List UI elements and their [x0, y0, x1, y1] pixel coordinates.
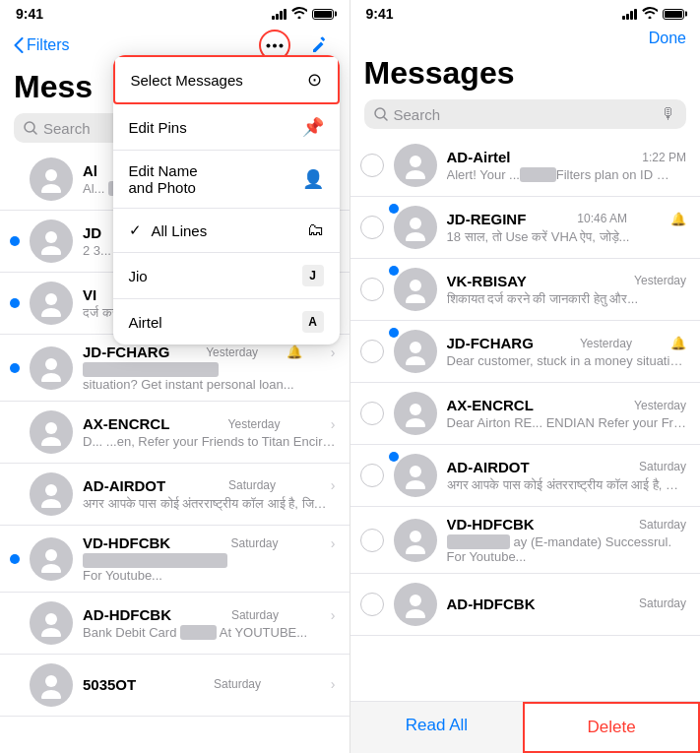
svg-point-28 — [406, 232, 425, 241]
svg-point-29 — [410, 280, 421, 291]
svg-point-37 — [410, 531, 421, 542]
sender-name: AX-ENCRCL — [447, 397, 534, 413]
list-item[interactable]: VK-RBISAY Yesterday शिकायत दर्ज करने की … — [350, 259, 701, 321]
chevron-right-icon: › — [331, 607, 336, 623]
select-circle[interactable] — [360, 593, 384, 616]
message-preview: Alert! Your ...████Filters plan on ID ██… — [447, 167, 687, 182]
right-screen: 9:41 Done Messages Search 🎙 — [350, 0, 701, 753]
dropdown-menu: Select Messages ⊙ Edit Pins 📌 Edit Name … — [113, 55, 340, 345]
bell-icon: 🔔 — [670, 212, 686, 226]
select-circle[interactable] — [360, 529, 384, 552]
list-item[interactable]: JD-FCHARG Yesterday 🔔 › ███████████████s… — [0, 335, 350, 402]
avatar — [394, 144, 437, 187]
list-item[interactable]: VD-HDFCBK Saturday ███████ ay (E-mandate… — [350, 507, 701, 574]
list-item[interactable]: 5035OT Saturday › — [0, 655, 350, 717]
list-item[interactable]: VD-HDFCBK Saturday › ████████████████For… — [0, 526, 350, 593]
select-messages-label-group: Select Messages — [131, 72, 243, 89]
svg-point-36 — [406, 480, 425, 489]
svg-point-0 — [266, 43, 270, 47]
sender-name: 5035OT — [83, 676, 136, 693]
avatar — [30, 663, 73, 707]
message-time: Yesterday — [206, 345, 258, 359]
svg-point-19 — [45, 613, 57, 625]
select-circle[interactable] — [360, 278, 384, 301]
svg-line-24 — [384, 117, 387, 120]
avatar — [30, 537, 73, 581]
avatar — [394, 392, 437, 435]
dropdown-airtel[interactable]: Airtel A — [113, 299, 340, 345]
svg-point-33 — [410, 404, 421, 415]
dropdown-edit-name-photo[interactable]: Edit Name and Photo 👤 — [113, 151, 340, 209]
list-item[interactable]: AX-ENCRCL Yesterday › D... ...en, Refer … — [0, 402, 350, 464]
list-item[interactable]: AX-ENCRCL Yesterday Dear Airton RE... EN… — [350, 383, 701, 445]
signal-icon — [272, 9, 286, 20]
sender-name: AD-AIRDOT — [447, 459, 530, 475]
sender-name: AX-ENCRCL — [83, 415, 169, 432]
svg-point-2 — [279, 43, 283, 47]
sender-name: VK-RBISAY — [447, 273, 527, 289]
message-time: Saturday — [639, 518, 686, 532]
svg-point-5 — [45, 169, 57, 181]
avatar — [394, 206, 437, 249]
message-time: Saturday — [214, 677, 261, 691]
sender-name: AD-HDFCBK — [447, 596, 536, 612]
select-circle[interactable] — [360, 464, 384, 487]
delete-button[interactable]: Delete — [523, 702, 700, 753]
message-preview: D... ...en, Refer your Friends to Titan … — [83, 434, 336, 449]
list-item[interactable]: AD-HDFCBK Saturday › Bank Debit Card ███… — [0, 593, 350, 655]
select-circle[interactable] — [360, 154, 384, 177]
message-content: VD-HDFCBK Saturday › ████████████████For… — [83, 534, 336, 583]
sender-name: JD-FCHARG — [447, 335, 534, 351]
avatar — [394, 330, 437, 373]
svg-point-31 — [410, 342, 421, 353]
sender-name: VI — [83, 286, 96, 303]
microphone-icon[interactable]: 🎙 — [661, 105, 676, 123]
right-search-bar[interactable]: Search 🎙 — [364, 99, 687, 129]
list-item[interactable]: JD-FCHARG Yesterday 🔔 Dear customer, stu… — [350, 321, 701, 383]
message-preview: Dear Airton RE... ENDIAN Refer your Frie… — [447, 415, 687, 430]
dropdown-edit-pins[interactable]: Edit Pins 📌 — [113, 104, 340, 151]
select-messages-label: Select Messages — [131, 72, 243, 89]
message-content: AX-ENCRCL Yesterday › D... ...en, Refer … — [83, 415, 336, 449]
message-time: 10:46 AM — [577, 212, 627, 225]
search-icon — [24, 121, 37, 135]
chevron-right-icon: › — [331, 676, 336, 692]
right-status-icons — [622, 7, 684, 22]
list-item[interactable]: AD-Airtel 1:22 PM Alert! Your ...████Fil… — [350, 135, 701, 197]
svg-point-6 — [41, 184, 61, 193]
message-time: Saturday — [231, 608, 279, 622]
list-item[interactable]: JD-REGINF 10:46 AM 🔔 18 साल, तो Use करें… — [350, 197, 701, 259]
list-item[interactable]: AD-HDFCBK Saturday — [350, 574, 701, 636]
airtel-label-group: Airtel — [129, 314, 162, 331]
select-circle[interactable] — [360, 402, 384, 425]
list-item[interactable]: AD-AIRDOT Saturday अगर आपके पास कोई अंतर… — [350, 445, 701, 507]
svg-point-12 — [41, 373, 61, 382]
jio-label-group: Jio — [129, 268, 148, 284]
back-button[interactable]: Filters — [14, 36, 70, 54]
list-item[interactable]: AD-AIRDOT Saturday › अगर आपके पास कोई अं… — [0, 464, 350, 526]
all-lines-check: ✓ — [129, 221, 142, 239]
select-circle[interactable] — [360, 340, 384, 363]
dropdown-select-messages[interactable]: Select Messages ⊙ — [113, 55, 340, 104]
read-all-button[interactable]: Read All — [350, 702, 524, 753]
done-button[interactable]: Done — [649, 30, 686, 47]
message-preview: ███████ ay (E-mandate) Successrul.For Yo… — [447, 534, 687, 564]
svg-point-9 — [45, 293, 57, 305]
sender-name: JD-FCHARG — [83, 344, 169, 360]
message-content: AD-AIRDOT Saturday › अगर आपके पास कोई अं… — [83, 477, 336, 512]
left-status-icons — [272, 7, 334, 22]
left-screen: 9:41 Filters — [0, 0, 350, 753]
message-time: Saturday — [639, 460, 686, 473]
message-preview: अगर आपके पास कोई अंतरराष्ट्रीय कॉल आई है… — [83, 496, 336, 512]
avatar — [30, 157, 73, 201]
chevron-right-icon: › — [331, 416, 336, 432]
message-content: JD-FCHARG Yesterday 🔔 Dear customer, stu… — [447, 335, 687, 368]
dropdown-jio[interactable]: Jio J — [113, 253, 340, 299]
chevron-right-icon: › — [331, 345, 336, 360]
svg-point-38 — [406, 545, 425, 554]
dropdown-all-lines[interactable]: ✓ All Lines 🗂 — [113, 209, 340, 253]
right-message-list: AD-Airtel 1:22 PM Alert! Your ...████Fil… — [350, 135, 701, 701]
message-time: Yesterday — [634, 399, 686, 412]
message-content: AX-ENCRCL Yesterday Dear Airton RE... EN… — [447, 397, 687, 430]
select-circle[interactable] — [360, 216, 384, 239]
